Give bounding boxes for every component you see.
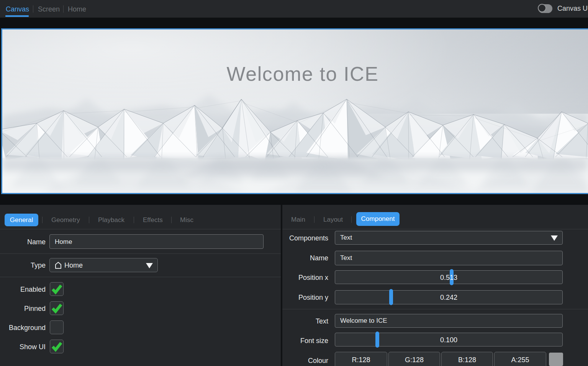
svg-text:Welcome to ICE: Welcome to ICE (226, 63, 378, 85)
